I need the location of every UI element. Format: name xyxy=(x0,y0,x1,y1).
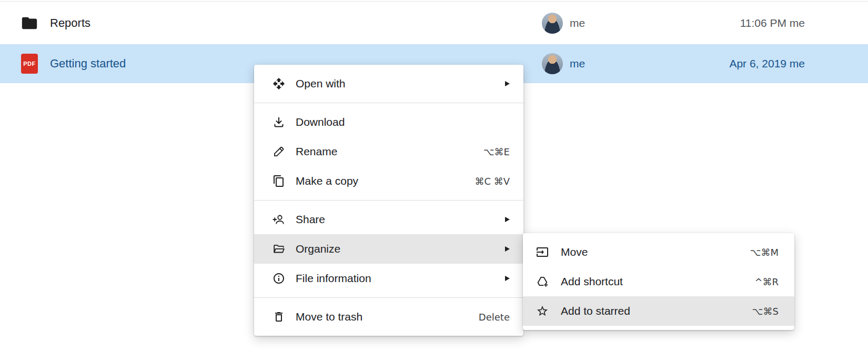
menu-item-add-to-starred[interactable]: Add to starred ⌥⌘S xyxy=(523,296,794,326)
submenu-arrow-icon xyxy=(505,81,510,86)
menu-item-download[interactable]: Download xyxy=(254,107,523,137)
download-icon xyxy=(272,115,286,129)
owner-cell: me xyxy=(542,53,679,74)
menu-item-label: Rename xyxy=(296,145,337,158)
pdf-icon: PDF xyxy=(20,54,39,74)
menu-item-open-with[interactable]: Open with xyxy=(254,69,523,98)
menu-item-label: Download xyxy=(296,116,345,128)
menu-item-label: Organize xyxy=(296,243,340,255)
menu-item-make-a-copy[interactable]: Make a copy ⌘C ⌘V xyxy=(254,166,523,196)
star-icon xyxy=(536,304,549,318)
menu-divider xyxy=(254,200,523,201)
menu-item-organize[interactable]: Organize xyxy=(254,234,523,264)
move-icon xyxy=(536,245,549,259)
menu-item-rename[interactable]: Rename ⌥⌘E xyxy=(254,137,523,166)
last-modified: Apr 6, 2019 me xyxy=(679,57,805,70)
file-row-reports[interactable]: Reports me 11:06 PM me xyxy=(0,2,868,44)
last-modified: 11:06 PM me xyxy=(679,17,805,29)
shortcut-label: ⌥⌘E xyxy=(483,146,510,157)
trash-icon xyxy=(272,310,286,324)
pdf-badge-label: PDF xyxy=(23,61,36,67)
folder-icon xyxy=(20,14,39,32)
info-icon xyxy=(272,272,286,285)
submenu-arrow-icon xyxy=(505,276,510,281)
submenu-arrow-icon xyxy=(505,217,510,222)
menu-item-label: Move xyxy=(561,246,588,258)
file-name[interactable]: Reports xyxy=(50,16,542,30)
avatar xyxy=(542,53,563,74)
menu-item-label: Add to starred xyxy=(561,305,630,317)
shortcut-label: ⌥⌘M xyxy=(750,247,779,258)
shortcut-label: Delete xyxy=(479,312,510,323)
avatar xyxy=(542,13,563,34)
menu-divider xyxy=(254,103,523,103)
menu-item-label: Add shortcut xyxy=(561,275,623,288)
open-with-icon xyxy=(272,77,286,91)
menu-item-label: Make a copy xyxy=(296,175,358,187)
rename-icon xyxy=(272,145,286,158)
copy-icon xyxy=(272,174,286,188)
person-add-icon xyxy=(272,213,286,226)
shortcut-label: ^⌘R xyxy=(754,276,779,287)
menu-item-label: File information xyxy=(296,272,371,285)
owner-label: me xyxy=(570,17,585,29)
submenu-arrow-icon xyxy=(505,246,510,252)
shortcut-label: ⌥⌘S xyxy=(752,306,779,317)
shortcut-label: ⌘C ⌘V xyxy=(475,176,510,187)
menu-item-label: Open with xyxy=(296,77,346,90)
context-menu: Open with Download Rename ⌥⌘E Make a cop… xyxy=(254,65,523,336)
owner-cell: me xyxy=(542,13,679,34)
menu-divider xyxy=(254,297,523,298)
menu-item-move[interactable]: Move ⌥⌘M xyxy=(523,237,794,267)
menu-item-add-shortcut[interactable]: Add shortcut ^⌘R xyxy=(523,267,794,296)
menu-item-share[interactable]: Share xyxy=(254,205,523,234)
menu-item-file-information[interactable]: File information xyxy=(254,264,523,293)
menu-item-move-to-trash[interactable]: Move to trash Delete xyxy=(254,302,523,332)
owner-label: me xyxy=(570,57,585,70)
menu-item-label: Move to trash xyxy=(296,311,362,323)
add-shortcut-icon xyxy=(536,275,549,288)
organize-submenu: Move ⌥⌘M Add shortcut ^⌘R Add to starred… xyxy=(523,233,794,330)
folder-open-icon xyxy=(272,242,286,256)
menu-item-label: Share xyxy=(296,213,325,226)
